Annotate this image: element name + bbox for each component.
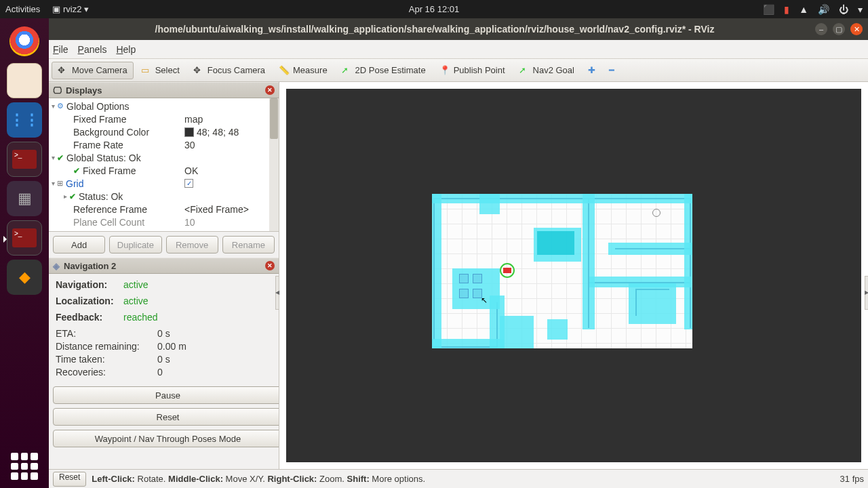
app-menu[interactable]: ▣ rviz2 ▾ (52, 4, 89, 14)
window-title: /home/ubuntu/aiwalking_ws/install/walkin… (54, 24, 815, 35)
reset-view-button[interactable]: Reset (53, 472, 86, 487)
close-panel-icon[interactable]: ✕ (265, 85, 275, 95)
recov-value: 0 (157, 367, 163, 380)
val-fixed-frame-2: OK (184, 164, 249, 177)
loc-label: Localization: (56, 296, 123, 306)
collapse-left-handle[interactable]: ◀ (275, 276, 279, 310)
val-grid-checkbox[interactable]: ✓ (184, 177, 249, 190)
arrow-icon: ➚ (519, 65, 530, 76)
feedback-label: Feedback: (56, 312, 123, 323)
costmap: ↖ (432, 194, 692, 348)
tool-nav-goal[interactable]: ➚Nav2 Goal (513, 62, 580, 79)
nav-value: active (123, 279, 149, 290)
fps-counter: 31 fps (840, 474, 864, 484)
val-frame-rate[interactable]: 30 (184, 138, 249, 151)
diamond-icon: ◈ (53, 261, 60, 271)
window-titlebar: /home/ubuntu/aiwalking_ws/install/walkin… (49, 18, 868, 40)
menu-file[interactable]: File (53, 44, 68, 55)
nav2-panel: ◈ Navigation 2 ✕ Navigation:active Local… (49, 258, 279, 469)
robot-body (503, 268, 511, 273)
system-menu-icon[interactable]: ▾ (858, 4, 863, 15)
remove-button[interactable]: Remove (166, 236, 218, 253)
dist-label: Distance remaining: (56, 341, 157, 354)
displays-panel-header[interactable]: 🖵 Displays ✕ (49, 82, 279, 98)
mouse-hints: Left-Click: Rotate. Middle-Click: Move X… (92, 474, 425, 484)
statusbar: Reset Left-Click: Rotate. Middle-Click: … (49, 469, 868, 488)
dist-value: 0.00 m (157, 341, 186, 354)
show-apps-icon[interactable] (11, 453, 38, 480)
menu-panels[interactable]: Panels (78, 44, 107, 55)
desktop-topbar: Activities ▣ rviz2 ▾ Apr 16 12:01 ⬛ ▮ ▲ … (0, 0, 868, 18)
rviz-window: /home/ubuntu/aiwalking_ws/install/walkin… (49, 18, 868, 488)
color-swatch (184, 127, 194, 137)
left-panel: 🖵 Displays ✕ ▾⚙Global Options Fixed Fram… (49, 82, 279, 469)
tool-move-camera[interactable]: ✥Move Camera (52, 62, 134, 79)
val-fixed-frame[interactable]: map (184, 113, 249, 125)
val-plane-cell[interactable]: 10 (184, 216, 249, 228)
monitor-icon: 🖵 (53, 85, 62, 96)
eta-label: ETA: (56, 328, 157, 341)
toolbar: ✥Move Camera ▭Select ✥Focus Camera 📏Meas… (49, 59, 868, 82)
select-icon: ▭ (141, 65, 152, 76)
displays-tree[interactable]: ▾⚙Global Options Fixed Frame Background … (49, 98, 279, 231)
loc-value: active (123, 296, 149, 306)
tool-pose-estimate[interactable]: ➚2D Pose Estimate (335, 62, 432, 79)
nav2-header[interactable]: ◈ Navigation 2 ✕ (49, 258, 279, 274)
clock[interactable]: Apr 16 12:01 (409, 4, 459, 14)
tree-scrollbar[interactable] (269, 98, 279, 231)
indicator-icon[interactable]: ▮ (784, 4, 789, 15)
rename-button[interactable]: Rename (222, 236, 275, 253)
time-label: Time taken: (56, 354, 157, 367)
close-button[interactable]: ✕ (850, 23, 863, 35)
menubar: File Panels Help (49, 40, 868, 59)
reset-nav-button[interactable]: Reset (53, 408, 279, 426)
viewport-container: ◀ (279, 82, 868, 469)
cursor-icon: ↖ (481, 296, 488, 305)
scan-point (652, 209, 660, 217)
nav-label: Navigation: (56, 279, 123, 290)
tool-add[interactable]: ✚ (582, 62, 601, 79)
files-icon[interactable] (7, 63, 42, 98)
terminal-icon-1[interactable] (7, 142, 42, 177)
add-button[interactable]: Add (53, 236, 105, 253)
vscode-icon[interactable]: ⋮⋮ (7, 102, 42, 138)
tool-measure[interactable]: 📏Measure (273, 62, 334, 79)
menu-help[interactable]: Help (116, 44, 136, 55)
waypoint-button[interactable]: Waypoint / Nav Through Poses Mode (53, 430, 279, 447)
focus-icon: ✥ (193, 65, 204, 76)
chrome-icon[interactable] (7, 24, 42, 59)
time-value: 0 s (157, 354, 170, 367)
volume-icon[interactable]: 🔊 (818, 4, 829, 15)
sublime-icon[interactable]: ◆ (7, 260, 42, 295)
screencast-icon[interactable]: ⬛ (763, 4, 774, 15)
close-panel-icon[interactable]: ✕ (265, 261, 275, 270)
ruler-icon: 📏 (279, 65, 290, 76)
tool-remove[interactable]: ━ (603, 62, 620, 79)
duplicate-button[interactable]: Duplicate (109, 236, 161, 253)
launcher-dock: ⋮⋮ ▦ ◆ (0, 18, 49, 488)
tool-focus-camera[interactable]: ✥Focus Camera (187, 62, 271, 79)
feedback-value: reached (123, 312, 158, 323)
minimize-button[interactable]: – (815, 23, 827, 35)
3d-view[interactable]: ↖ (286, 89, 861, 462)
move-icon: ✥ (58, 65, 68, 76)
collapse-right-handle[interactable]: ▶ (865, 276, 868, 310)
val-bg-color[interactable]: 48; 48; 48 (184, 125, 249, 138)
activities-button[interactable]: Activities (5, 4, 40, 14)
tool-select[interactable]: ▭Select (135, 62, 186, 79)
eta-value: 0 s (157, 328, 170, 341)
screenshot-icon[interactable]: ▦ (7, 181, 42, 216)
recov-label: Recoveries: (56, 367, 157, 380)
val-ref-frame[interactable]: <Fixed Frame> (184, 203, 249, 216)
maximize-button[interactable]: ▢ (833, 23, 845, 35)
power-icon[interactable]: ⏻ (839, 4, 848, 15)
wifi-icon[interactable]: ▲ (799, 4, 808, 15)
arrow-icon: ➚ (341, 65, 352, 76)
tool-publish-point[interactable]: 📍Publish Point (433, 62, 511, 79)
pin-icon: 📍 (439, 65, 450, 76)
pause-button[interactable]: Pause (53, 386, 279, 404)
terminal-icon-2[interactable] (7, 220, 42, 256)
